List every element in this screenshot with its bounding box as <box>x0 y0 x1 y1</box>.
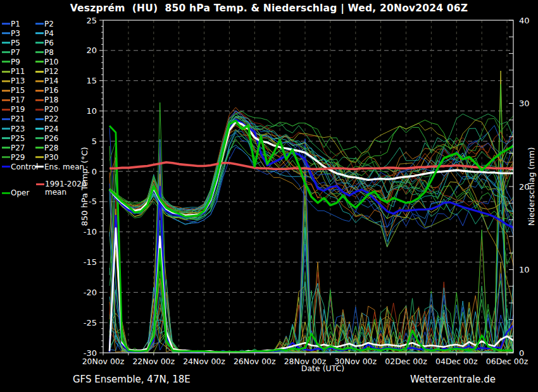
ensemble-member-temp-lines <box>109 107 513 305</box>
svg-text:-5: -5 <box>89 197 97 206</box>
x-axis-title: Date (UTC) <box>272 364 373 373</box>
footer-brand: Wetterzentrale.de <box>410 374 496 385</box>
svg-text:15: 15 <box>86 76 97 85</box>
svg-text:-25: -25 <box>84 318 97 328</box>
main-precip-lines <box>109 126 513 352</box>
svg-text:10: 10 <box>86 106 97 116</box>
svg-text:22Nov 00z: 22Nov 00z <box>132 357 175 366</box>
y-left-axis-title: 850 hPa Temp. (°C) <box>80 147 89 226</box>
svg-text:10: 10 <box>519 265 530 274</box>
svg-text:02Dec 00z: 02Dec 00z <box>385 357 427 366</box>
svg-text:0: 0 <box>92 167 97 176</box>
svg-text:30: 30 <box>519 99 530 108</box>
svg-text:-15: -15 <box>84 257 97 267</box>
svg-text:-10: -10 <box>84 227 97 236</box>
svg-text:-20: -20 <box>84 288 97 297</box>
svg-text:20: 20 <box>86 46 97 55</box>
y-right-axis-title: Niederschlag (mm) <box>527 147 536 226</box>
svg-text:06Dec 00z: 06Dec 00z <box>486 357 529 366</box>
svg-text:20Nov 00z: 20Nov 00z <box>82 357 125 366</box>
svg-text:5: 5 <box>92 137 97 146</box>
svg-text:24Nov 00z: 24Nov 00z <box>183 357 225 366</box>
gfs-ensemble-page: Veszprém (HU) 850 hPa Temp. & Niederschl… <box>0 0 538 392</box>
svg-text:26Nov 00z: 26Nov 00z <box>234 357 276 366</box>
svg-text:40: 40 <box>519 16 530 25</box>
svg-text:04Dec 00z: 04Dec 00z <box>435 357 478 366</box>
footer-model-info: GFS Ensemble, 47N, 18E <box>73 374 191 385</box>
svg-text:25: 25 <box>86 16 97 25</box>
